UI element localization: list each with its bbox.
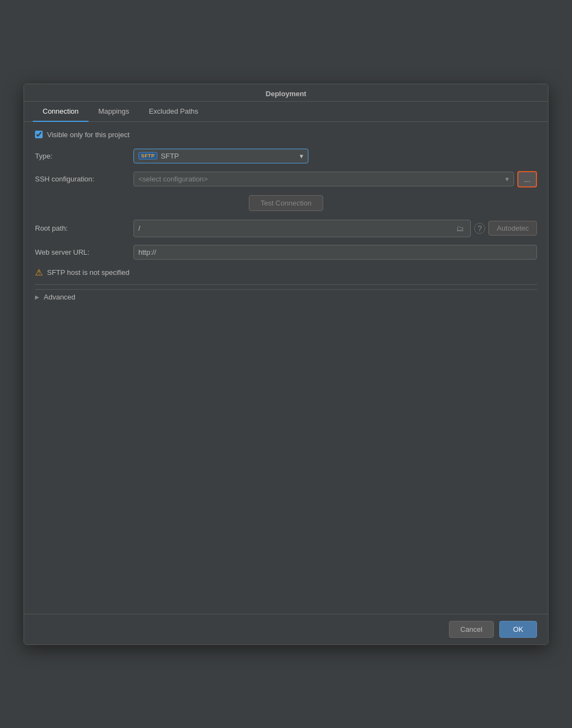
ssh-select[interactable]: <select configuration> ▾ bbox=[133, 172, 514, 186]
tab-bar: Connection Mappings Excluded Paths bbox=[24, 102, 548, 122]
type-chevron-icon: ▾ bbox=[300, 152, 303, 160]
ssh-placeholder: <select configuration> bbox=[138, 175, 208, 183]
root-path-input-wrapper: 🗂 bbox=[133, 220, 471, 237]
ssh-select-wrapper: <select configuration> ▾ ... bbox=[133, 171, 537, 187]
cancel-button[interactable]: Cancel bbox=[449, 621, 494, 638]
divider bbox=[35, 284, 537, 285]
web-server-field bbox=[133, 245, 537, 260]
tab-connection[interactable]: Connection bbox=[33, 102, 89, 122]
tab-mappings[interactable]: Mappings bbox=[89, 102, 139, 122]
ssh-chevron-icon: ▾ bbox=[505, 175, 509, 183]
advanced-triangle-icon: ▶ bbox=[35, 294, 39, 300]
root-path-label: Root path: bbox=[35, 224, 133, 232]
ellipsis-button[interactable]: ... bbox=[517, 171, 537, 187]
deployment-dialog: Deployment Connection Mappings Excluded … bbox=[24, 84, 548, 645]
type-select[interactable]: SFTP SFTP ▾ bbox=[133, 149, 308, 163]
folder-icon: 🗂 bbox=[456, 224, 464, 233]
dialog-title: Deployment bbox=[24, 84, 548, 102]
web-server-label: Web server URL: bbox=[35, 248, 133, 256]
ssh-config-row: SSH configuration: <select configuration… bbox=[35, 171, 537, 187]
warning-text: SFTP host is not specified bbox=[47, 268, 130, 277]
advanced-label: Advanced bbox=[44, 293, 75, 301]
ok-button[interactable]: OK bbox=[499, 621, 537, 638]
type-row: Type: SFTP SFTP ▾ bbox=[35, 149, 537, 163]
visible-only-label: Visible only for this project bbox=[47, 131, 130, 139]
sftp-badge: SFTP bbox=[138, 152, 157, 160]
root-path-row: Root path: 🗂 ? Autodetec bbox=[35, 220, 537, 237]
connection-panel: Visible only for this project Type: SFTP… bbox=[24, 122, 548, 614]
test-connection-button[interactable]: Test Connection bbox=[249, 195, 323, 211]
root-path-field: 🗂 ? Autodetec bbox=[133, 220, 537, 237]
web-server-row: Web server URL: bbox=[35, 245, 537, 260]
ssh-label: SSH configuration: bbox=[35, 175, 133, 183]
tab-excluded-paths[interactable]: Excluded Paths bbox=[139, 102, 208, 122]
ssh-field: <select configuration> ▾ ... bbox=[133, 171, 537, 187]
type-field: SFTP SFTP ▾ bbox=[133, 149, 537, 163]
type-label: Type: bbox=[35, 152, 133, 160]
visible-only-checkbox[interactable] bbox=[35, 131, 43, 138]
help-button[interactable]: ? bbox=[474, 223, 485, 234]
autodetect-button[interactable]: Autodetec bbox=[488, 221, 537, 236]
visible-only-row: Visible only for this project bbox=[35, 131, 537, 139]
root-path-input[interactable] bbox=[138, 224, 454, 232]
test-connection-row: Test Connection bbox=[35, 195, 537, 211]
folder-icon-button[interactable]: 🗂 bbox=[454, 223, 466, 234]
help-icon: ? bbox=[478, 224, 482, 233]
dialog-footer: Cancel OK bbox=[24, 614, 548, 644]
warning-icon: ⚠ bbox=[35, 267, 43, 278]
type-value: SFTP bbox=[161, 152, 179, 160]
advanced-row[interactable]: ▶ Advanced bbox=[35, 289, 537, 304]
warning-row: ⚠ SFTP host is not specified bbox=[35, 267, 537, 278]
web-server-input[interactable] bbox=[133, 245, 537, 260]
